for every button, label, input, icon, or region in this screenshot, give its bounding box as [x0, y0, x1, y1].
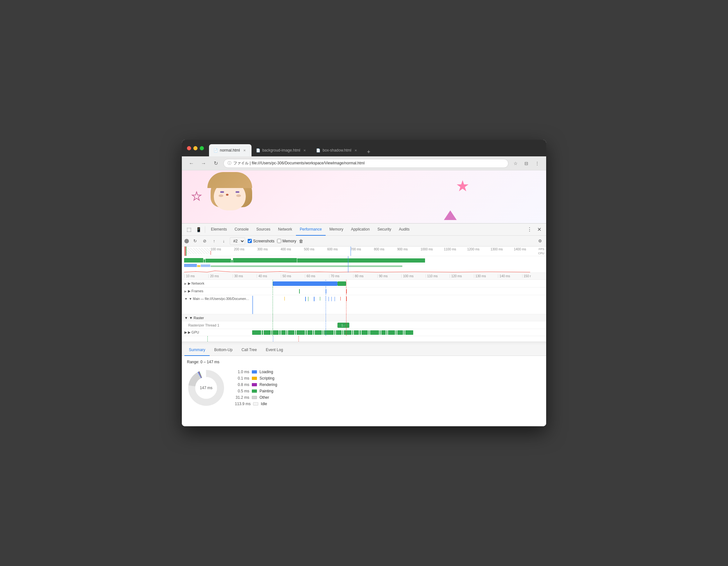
bottom-up-tab-label: Bottom-Up	[214, 348, 232, 352]
memory-checkbox-label[interactable]: Memory	[277, 239, 296, 243]
pie-chart-svg	[187, 369, 225, 407]
legend-idle-value: 113.9 ms	[235, 402, 251, 406]
tab-console[interactable]: Console	[231, 223, 252, 236]
new-tab-button[interactable]: +	[364, 147, 373, 156]
memory-label: Memory	[283, 239, 296, 243]
back-button[interactable]: ←	[187, 159, 196, 168]
profile-selector[interactable]: #2	[230, 237, 245, 245]
legend-idle-color	[253, 402, 258, 406]
raster-label[interactable]: ▼ ▼ Raster	[182, 316, 252, 320]
gpu-expand-icon: ▶	[184, 330, 188, 334]
network-track-row: ▶ ▶ Network	[182, 280, 546, 288]
menu-icon[interactable]: ⋮	[533, 159, 541, 167]
anime-character	[207, 172, 259, 223]
tab-security[interactable]: Security	[374, 223, 395, 236]
address-input[interactable]: ⓘ ファイル | file:///Users/pc-306/Documents/…	[223, 159, 508, 168]
rasterizer-thread-label: Rasterizer Thread 1	[182, 323, 252, 327]
legend-loading-color	[252, 370, 257, 374]
legend-other-color	[252, 396, 257, 399]
save-profile-button[interactable]: ↓	[220, 237, 227, 244]
delete-recording-button[interactable]: 🗑	[299, 238, 303, 244]
screenshots-checkbox-label[interactable]: Screenshots	[248, 239, 275, 243]
screenshots-label: Screenshots	[253, 239, 275, 243]
tab-elements[interactable]: Elements	[207, 223, 231, 236]
tab-event-log[interactable]: Event Log	[261, 345, 288, 356]
legend-scripting-color	[252, 377, 257, 380]
summary-range-text: Range: 0 – 147 ms	[187, 360, 541, 364]
tab-close-button-2[interactable]: ✕	[302, 148, 307, 153]
legend-idle: 113.9 ms Idle	[235, 402, 277, 406]
legend-loading: 1.0 ms Loading	[235, 370, 277, 374]
forward-button[interactable]: →	[199, 159, 208, 168]
tab-bottom-up[interactable]: Bottom-Up	[210, 345, 237, 356]
title-bar: 📄 normal.html ✕ 📄 backgroud-image.html ✕…	[182, 140, 546, 156]
cpu-label: CPU	[538, 251, 544, 255]
maximize-button[interactable]	[200, 146, 204, 150]
tab-summary[interactable]: Summary	[184, 345, 210, 356]
tab-sources[interactable]: Sources	[252, 223, 274, 236]
customize-icon[interactable]: ⊟	[523, 159, 530, 167]
network-track-content	[252, 280, 546, 287]
tab-audits[interactable]: Audits	[395, 223, 413, 236]
network-bar-2	[337, 281, 346, 286]
clear-recording-button[interactable]: ⊘	[201, 237, 208, 244]
tabs-bar: 📄 normal.html ✕ 📄 backgroud-image.html ✕…	[209, 140, 541, 156]
devtools-tab-list: Elements Console Sources Network Perform…	[207, 223, 524, 236]
close-devtools-button[interactable]: ✕	[535, 225, 544, 234]
network-bar-1	[273, 281, 337, 286]
rasterizer-thread-content: |...	[252, 322, 546, 329]
legend-idle-label: Idle	[261, 402, 267, 406]
device-toolbar-button[interactable]: 📱	[194, 225, 203, 234]
main-label-text: ▼ Main — file:///Users/pc-306/Documents/…	[189, 297, 250, 301]
tab-background-image[interactable]: 📄 backgroud-image.html ✕	[252, 144, 312, 156]
frames-track-content	[252, 288, 546, 295]
load-profile-button[interactable]: ↑	[211, 237, 218, 244]
tab-performance[interactable]: Performance	[296, 223, 326, 236]
reload-button[interactable]: ↻	[211, 159, 220, 168]
legend-other-label: Other	[259, 395, 269, 400]
screenshots-checkbox-input[interactable]	[248, 239, 252, 243]
frames-track-label[interactable]: ▶ ▶ Frames	[182, 289, 252, 293]
tab-label: normal.html	[220, 148, 240, 152]
tab-application[interactable]: Application	[347, 223, 374, 236]
tab-close-button-3[interactable]: ✕	[353, 148, 358, 153]
tab-close-button[interactable]: ✕	[242, 148, 247, 153]
tab-normal-html[interactable]: 📄 normal.html ✕	[209, 144, 252, 156]
summary-content: 147 ms 1.0 ms Loading 0.1 ms Scripting	[187, 369, 541, 407]
record-button[interactable]	[184, 239, 189, 243]
gpu-label-text: ▶ GPU	[188, 330, 199, 334]
legend-rendering-label: Rendering	[259, 383, 277, 387]
tab-file-icon-3: 📄	[316, 148, 321, 152]
network-track-label[interactable]: ▶ ▶ Network	[182, 281, 252, 286]
reload-record-button[interactable]: ↻	[191, 237, 198, 244]
minimize-button[interactable]	[193, 146, 197, 150]
memory-checkbox-input[interactable]	[277, 239, 281, 243]
raster-expand-icon: ▼	[184, 316, 188, 320]
inspect-element-button[interactable]: ⬚	[184, 225, 193, 234]
summary-legend: 1.0 ms Loading 0.1 ms Scripting 0.8 ms R…	[235, 370, 277, 406]
traffic-lights	[187, 146, 204, 150]
legend-loading-value: 1.0 ms	[235, 370, 249, 374]
frames-expand-icon: ▶	[184, 290, 187, 293]
settings-button[interactable]: ⚙	[537, 237, 544, 244]
raster-block-1: |...	[337, 323, 349, 328]
browser-window: 📄 normal.html ✕ 📄 backgroud-image.html ✕…	[182, 140, 546, 426]
address-text: ファイル | file:///Users/pc-306/Documents/wo…	[233, 160, 365, 166]
main-track-label[interactable]: ▼ ▼ Main — file:///Users/pc-306/Document…	[182, 296, 252, 301]
legend-painting-label: Painting	[259, 389, 273, 393]
tab-box-shadow[interactable]: 📄 box-shadow.html ✕	[312, 144, 363, 156]
bottom-tabs-bar: Summary Bottom-Up Call Tree Event Log	[182, 345, 546, 356]
tab-network[interactable]: Network	[274, 223, 296, 236]
tab-call-tree[interactable]: Call Tree	[237, 345, 261, 356]
close-button[interactable]	[187, 146, 191, 150]
gpu-track-label[interactable]: ▶ ▶ GPU	[182, 330, 252, 335]
more-tabs-button[interactable]: ⋮	[525, 225, 534, 234]
performance-toolbar: ↻ ⊘ ↑ ↓ #2 Screenshots Memory 🗑 ⚙	[182, 236, 546, 246]
event-log-tab-label: Event Log	[266, 348, 283, 352]
frames-label-text: ▶ Frames	[188, 289, 203, 293]
legend-painting-value: 0.5 ms	[235, 389, 249, 393]
bookmark-icon[interactable]: ☆	[512, 159, 519, 167]
tab-memory[interactable]: Memory	[326, 223, 347, 236]
legend-other: 31.2 ms Other	[235, 395, 277, 400]
fps-cpu-chart	[182, 256, 546, 273]
